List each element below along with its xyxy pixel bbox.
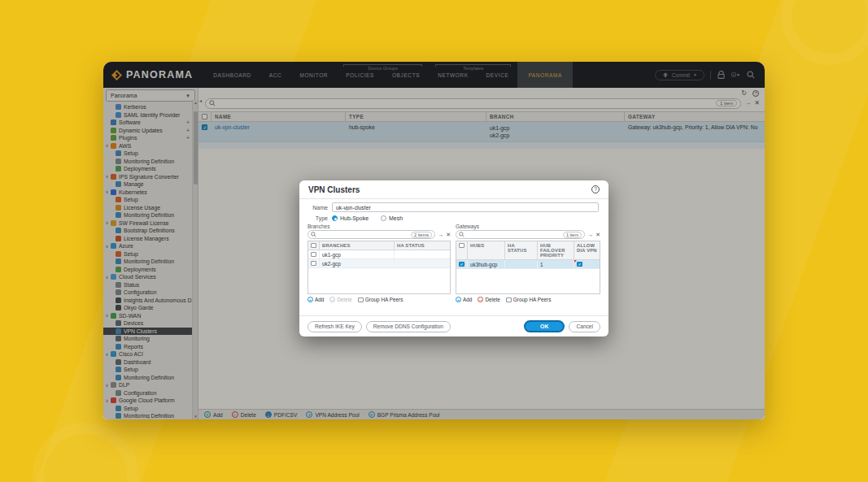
type-radio-group: Hub-SpokeMesh xyxy=(332,215,403,221)
add-label: Add xyxy=(463,297,472,302)
select-all-checkbox-cell xyxy=(308,241,320,250)
checkbox-icon xyxy=(506,297,512,302)
gateways-panel: Gateways 1 item → ✕ HUBSHA STATUSHUB FAI… xyxy=(456,224,600,302)
row-checkbox-cell xyxy=(456,260,468,268)
row-checkbox[interactable] xyxy=(459,262,465,267)
add-button[interactable]: +Add xyxy=(456,297,472,302)
type-label: Type xyxy=(299,215,332,221)
group-ha-peers-label: Group HA Peers xyxy=(365,297,403,302)
add-button[interactable]: +Add xyxy=(308,297,324,302)
cancel-button[interactable]: Cancel xyxy=(569,321,600,332)
delete-icon: − xyxy=(329,297,335,302)
table-row[interactable]: uk1-gcp xyxy=(308,250,450,259)
name-cell: uk1-gcp xyxy=(320,250,395,258)
vpn-clusters-dialog: VPN Clusters ? Name Type Hub-SpokeMesh B… xyxy=(299,180,608,337)
radio-icon xyxy=(332,215,338,221)
row-checkbox-cell xyxy=(308,250,320,258)
delete-button[interactable]: −Delete xyxy=(478,297,499,302)
checkbox-icon xyxy=(358,297,364,302)
group-ha-peers-checkbox[interactable]: Group HA Peers xyxy=(506,297,552,302)
column-header-allow-dia-vpn[interactable]: ALLOW DIA VPN xyxy=(574,241,600,259)
type-radio-label: Hub-Spoke xyxy=(340,215,369,221)
select-all-checkbox[interactable] xyxy=(459,243,465,248)
allow-dia-vpn-cell xyxy=(574,260,600,268)
table-row[interactable]: uk2-gcp xyxy=(308,259,450,268)
dialog-title: VPN Clusters xyxy=(308,185,360,194)
gateways-table-rows: uk3hub-gcp1 xyxy=(456,260,600,269)
ha-status-cell xyxy=(505,260,538,268)
clear-filter-icon[interactable]: ✕ xyxy=(446,232,451,237)
remove-ddns-configuration-button[interactable]: Remove DDNS Configuration xyxy=(366,321,451,332)
branches-search-input[interactable] xyxy=(318,232,409,237)
ha-status-cell xyxy=(395,250,450,258)
apply-filter-arrow-icon[interactable]: → xyxy=(587,232,593,237)
delete-label: Delete xyxy=(337,297,351,302)
branches-table: BRANCHESHA STATUS uk1-gcpuk2-gcp xyxy=(308,241,451,294)
add-label: Add xyxy=(315,297,324,302)
branches-panel-footer: +Add−DeleteGroup HA Peers xyxy=(308,297,451,302)
background-circle xyxy=(781,0,868,65)
branches-table-rows: uk1-gcpuk2-gcp xyxy=(308,250,450,268)
gateways-table-header: HUBSHA STATUSHUB FAILOVER PRIORITYALLOW … xyxy=(456,241,600,260)
type-radio-label: Mesh xyxy=(389,215,403,221)
delete-icon: − xyxy=(478,297,483,302)
branches-panel: Branches 2 items → ✕ BRANCHESHA STATUS u… xyxy=(308,224,451,302)
type-radio-hub-spoke[interactable]: Hub-Spoke xyxy=(332,215,369,221)
search-box: 1 item xyxy=(456,230,585,239)
add-icon: + xyxy=(308,297,313,302)
branches-item-count: 2 items xyxy=(411,232,432,238)
delete-button[interactable]: −Delete xyxy=(329,297,351,302)
name-label: Name xyxy=(299,205,332,211)
dialog-header: VPN Clusters ? xyxy=(299,180,608,199)
row-checkbox-cell xyxy=(308,259,320,267)
background-circle xyxy=(33,423,138,482)
group-ha-peers-label: Group HA Peers xyxy=(513,297,552,302)
table-row[interactable]: uk3hub-gcp1 xyxy=(456,260,600,269)
help-icon[interactable]: ? xyxy=(591,185,600,193)
search-icon xyxy=(311,232,316,237)
allow-dia-vpn-checkbox[interactable] xyxy=(577,262,582,267)
select-all-checkbox-cell xyxy=(456,241,468,259)
clear-filter-icon[interactable]: ✕ xyxy=(595,232,600,237)
gateways-search-row: 1 item → ✕ xyxy=(456,230,600,239)
row-checkbox[interactable] xyxy=(311,261,316,266)
name-field-row: Name xyxy=(299,202,608,212)
column-header-ha-status[interactable]: HA STATUS xyxy=(395,241,450,250)
apply-filter-arrow-icon[interactable]: → xyxy=(438,232,443,237)
gateways-panel-footer: +Add−DeleteGroup HA Peers xyxy=(456,297,600,302)
gateways-table: HUBSHA STATUSHUB FAILOVER PRIORITYALLOW … xyxy=(456,241,600,294)
refresh-ike-key-button[interactable]: Refresh IKE Key xyxy=(308,321,362,332)
gateways-search-input[interactable] xyxy=(466,232,561,237)
type-field-row: Type Hub-SpokeMesh xyxy=(299,215,608,221)
column-header-ha-status[interactable]: HA STATUS xyxy=(505,241,538,259)
add-icon: + xyxy=(456,297,461,302)
group-ha-peers-checkbox[interactable]: Group HA Peers xyxy=(358,297,403,302)
column-header-branches[interactable]: BRANCHES xyxy=(320,241,395,250)
gateways-section-label: Gateways xyxy=(456,224,600,229)
page-background: PANORAMA DASHBOARDACCMONITORDevice Group… xyxy=(0,0,868,482)
radio-icon xyxy=(381,215,386,221)
branches-section-label: Branches xyxy=(308,224,451,229)
type-radio-mesh[interactable]: Mesh xyxy=(381,215,403,221)
delete-label: Delete xyxy=(485,297,499,302)
ok-button[interactable]: OK xyxy=(524,320,565,332)
row-checkbox[interactable] xyxy=(311,252,316,257)
ha-status-cell xyxy=(395,259,450,267)
search-icon xyxy=(459,232,465,237)
dialog-panels: Branches 2 items → ✕ BRANCHESHA STATUS u… xyxy=(299,221,608,302)
name-cell: uk3hub-gcp xyxy=(468,260,505,268)
name-cell: uk2-gcp xyxy=(320,259,395,267)
branches-search-row: 2 items → ✕ xyxy=(308,230,451,239)
column-header-hub-failover-priority[interactable]: HUB FAILOVER PRIORITY xyxy=(538,241,574,259)
column-header-hubs[interactable]: HUBS xyxy=(468,241,505,259)
branches-table-header: BRANCHESHA STATUS xyxy=(308,241,450,250)
gateways-item-count: 1 item xyxy=(563,232,582,238)
dialog-footer: Refresh IKE Key Remove DDNS Configuratio… xyxy=(299,315,608,337)
name-input[interactable] xyxy=(332,202,599,212)
search-box: 2 items xyxy=(308,230,435,239)
select-all-checkbox[interactable] xyxy=(311,243,316,248)
hub-failover-priority-cell: 1 xyxy=(538,260,574,268)
